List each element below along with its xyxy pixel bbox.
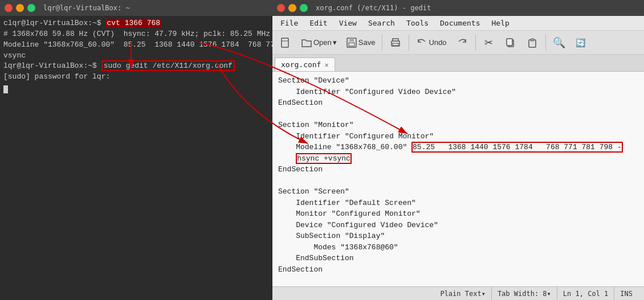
terminal-panel: lqr@lqr-VirtualBox: ~ clqr@lqr-VirtualBo… xyxy=(0,0,272,300)
status-mode-label: INS xyxy=(620,290,633,298)
toolbar-paste-button[interactable] xyxy=(523,33,542,52)
status-position: Ln 1, Col 1 xyxy=(557,287,614,300)
toolbar-copy-button[interactable] xyxy=(501,33,520,52)
svg-rect-4 xyxy=(349,43,354,46)
editor-hsync-highlight: hsync +vsync xyxy=(296,153,352,164)
toolbar-undo-label: Undo xyxy=(429,38,446,47)
editor-line-5: Section "Monitor" xyxy=(278,120,638,131)
toolbar-redo-button[interactable] xyxy=(453,33,472,52)
toolbar-new-button[interactable] xyxy=(276,33,295,52)
terminal-cvt-output-cont: 25 MHz xyxy=(243,30,270,38)
menu-documents[interactable]: Documents xyxy=(435,18,484,28)
status-mode: INS xyxy=(614,287,638,300)
editor-line-8: hsync +vsync xyxy=(278,153,638,165)
editor-modeline-highlight: 85.25 1368 1440 1576 1784 768 771 781 79… xyxy=(411,142,623,153)
gedit-tabs: xorg.conf ✕ xyxy=(272,55,644,72)
status-tab-width-label: Tab Width: 8 xyxy=(498,290,547,298)
editor-line-12: Identifier "Default Screen" xyxy=(278,198,638,209)
toolbar-sep-4 xyxy=(545,35,546,51)
menu-search[interactable]: Search xyxy=(364,18,400,28)
editor-line-9: EndSection xyxy=(278,164,638,175)
terminal-vsync: vsync xyxy=(3,51,26,60)
menu-view[interactable]: View xyxy=(335,18,361,28)
editor-line-14: Device "Configured Video Device" xyxy=(278,220,638,231)
editor-line-4 xyxy=(278,109,638,120)
editor-line-1: Section "Device" xyxy=(278,75,638,87)
editor-line-10 xyxy=(278,175,638,187)
editor-line-11: Section "Screen" xyxy=(278,186,638,198)
menu-help[interactable]: Help xyxy=(487,18,514,28)
toolbar-undo-button[interactable]: Undo xyxy=(413,35,450,51)
status-plain-text[interactable]: Plain Text ▾ xyxy=(434,287,491,300)
editor-line-17: EndSubSection xyxy=(278,253,638,264)
status-plain-text-label: Plain Text xyxy=(440,290,481,298)
terminal-cursor xyxy=(3,85,8,93)
gedit-maximize-button[interactable] xyxy=(300,4,308,12)
terminal-maximize-button[interactable] xyxy=(27,4,35,12)
terminal-body[interactable]: clqr@lqr-VirtualBox:~$ cvt 1366 768 # 13… xyxy=(0,16,272,300)
toolbar-open-label: Open xyxy=(313,38,332,47)
terminal-password-prompt: [sudo] password for lqr: xyxy=(3,72,110,81)
terminal-minimize-button[interactable] xyxy=(16,4,24,12)
terminal-line-7 xyxy=(3,83,269,93)
toolbar-save-label: Save xyxy=(358,38,376,47)
status-tab-width[interactable]: Tab Width: 8 ▾ xyxy=(492,287,557,300)
toolbar-sep-2 xyxy=(409,35,409,51)
toolbar-replace-button[interactable]: 🔄 xyxy=(571,33,590,52)
gedit-minimize-button[interactable] xyxy=(288,4,296,12)
toolbar-find-button[interactable]: 🔍 xyxy=(549,33,569,52)
svg-rect-0 xyxy=(282,38,288,47)
svg-rect-6 xyxy=(393,43,398,46)
terminal-line-4: vsync xyxy=(3,51,269,61)
terminal-line-5: lqr@lqr-VirtualBox:~$ sudo gedit /etc/X1… xyxy=(3,61,269,72)
terminal-sudo-command: sudo gedit /etc/X11/xorg.conf xyxy=(101,60,235,71)
editor-line-7: Modeline "1368x768_60.00" 85.25 1368 144… xyxy=(278,142,638,153)
menu-file[interactable]: File xyxy=(276,18,303,28)
terminal-line-3: Modeline "1368x768_60.00" 85.25 1368 144… xyxy=(3,40,269,51)
terminal-cvt-command: cvt 1366 768 xyxy=(105,19,161,27)
gedit-menubar: File Edit View Search Tools Documents He… xyxy=(272,16,644,31)
editor-line-18: EndSection xyxy=(278,264,638,276)
terminal-titlebar: lqr@lqr-VirtualBox: ~ xyxy=(0,0,272,16)
gedit-close-button[interactable] xyxy=(277,4,285,12)
editor-line-3: EndSection xyxy=(278,97,638,109)
terminal-close-button[interactable] xyxy=(5,4,13,12)
terminal-line-2: # 1368x768 59.88 Hz (CVT) hsync: 47.79 k… xyxy=(3,29,269,40)
terminal-prompt-2: lqr@lqr-VirtualBox:~$ xyxy=(3,61,101,70)
terminal-cvt-output: # 1368x768 59.88 Hz (CVT) hsync: 47.79 k… xyxy=(3,30,243,38)
svg-rect-3 xyxy=(349,38,354,42)
tab-xorg-conf-label: xorg.conf xyxy=(281,60,321,69)
gedit-editor[interactable]: Section "Device" Identifier "Configured … xyxy=(272,72,644,286)
toolbar-sep-1 xyxy=(382,35,382,51)
svg-rect-8 xyxy=(507,39,512,46)
tab-xorg-conf[interactable]: xorg.conf ✕ xyxy=(275,57,335,71)
editor-line-6: Identifier "Configured Monitor" xyxy=(278,131,638,142)
gedit-panel: xorg.conf (/etc/X11) - gedit File Edit V… xyxy=(272,0,644,300)
toolbar-sep-3 xyxy=(475,35,476,51)
toolbar-cut-button[interactable]: ✂ xyxy=(479,33,499,52)
gedit-toolbar: Open ▾ Save Undo ✂ xyxy=(272,31,644,55)
editor-line-16: Modes "1368x768@60" xyxy=(278,242,638,253)
terminal-modeline: Modeline "1368x768_60.00" 85.25 1368 144… xyxy=(3,40,272,49)
terminal-line-1: clqr@lqr-VirtualBox:~$ cvt 1366 768 xyxy=(3,18,269,29)
toolbar-save-button[interactable]: Save xyxy=(343,35,379,51)
toolbar-print-button[interactable] xyxy=(386,33,405,52)
menu-edit[interactable]: Edit xyxy=(305,18,332,28)
toolbar-open-button[interactable]: Open ▾ xyxy=(297,35,340,51)
editor-line-15: SubSection "Display" xyxy=(278,231,638,242)
terminal-line-6: [sudo] password for lqr: xyxy=(3,72,269,83)
editor-line-2: Identifier "Configured Video Device" xyxy=(278,87,638,98)
tab-close-button[interactable]: ✕ xyxy=(324,61,328,69)
svg-rect-10 xyxy=(531,39,534,41)
terminal-prompt-1: clqr@lqr-VirtualBox:~$ xyxy=(3,19,105,27)
gedit-statusbar: Plain Text ▾ Tab Width: 8 ▾ Ln 1, Col 1 … xyxy=(272,286,644,300)
status-position-label: Ln 1, Col 1 xyxy=(563,290,608,298)
toolbar-open-arrow: ▾ xyxy=(333,38,337,47)
gedit-title: xorg.conf (/etc/X11) - gedit xyxy=(316,4,431,12)
menu-tools[interactable]: Tools xyxy=(402,18,433,28)
gedit-titlebar: xorg.conf (/etc/X11) - gedit xyxy=(272,0,644,16)
status-tab-width-arrow: ▾ xyxy=(547,290,551,298)
terminal-title: lqr@lqr-VirtualBox: ~ xyxy=(43,4,130,12)
editor-line-13: Monitor "Configured Monitor" xyxy=(278,208,638,220)
status-plain-text-arrow: ▾ xyxy=(482,290,486,298)
